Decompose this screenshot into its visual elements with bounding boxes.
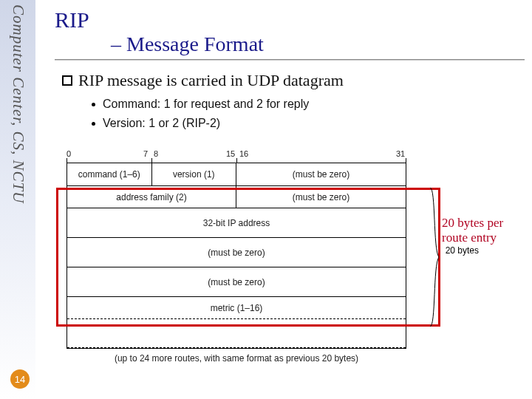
bit-8: 8 bbox=[154, 149, 158, 158]
bit-16: 16 bbox=[239, 149, 248, 158]
title-divider bbox=[55, 59, 525, 61]
sub-bullets: Command: 1 for request and 2 for reply V… bbox=[92, 98, 532, 130]
dashed-continuation-row bbox=[67, 318, 406, 348]
brace-label: 20 bytes bbox=[446, 245, 479, 256]
cell-metric: metric (1–16) bbox=[67, 297, 406, 318]
table-row: 32-bit IP address bbox=[67, 208, 406, 237]
annotation-text: 20 bytes per route entry bbox=[442, 216, 516, 245]
cell-mbz-2: (must be zero) bbox=[236, 186, 406, 208]
packet-diagram: 0 7 8 15 16 31 command (1–6) version (1)… bbox=[44, 149, 517, 364]
sub-bullet-1-text: Command: 1 for request and 2 for reply bbox=[103, 98, 309, 110]
brace-icon bbox=[429, 188, 439, 327]
slide: Computer Center, CS, NCTU 14 RIP – Messa… bbox=[0, 0, 532, 399]
sub-bullet-1: Command: 1 for request and 2 for reply bbox=[92, 98, 532, 111]
sub-bullet-2-text: Version: 1 or 2 (RIP-2) bbox=[103, 117, 220, 129]
bit-15: 15 bbox=[226, 149, 235, 158]
title-line-1: RIP bbox=[55, 7, 532, 33]
dot-icon bbox=[92, 103, 95, 106]
dot-icon bbox=[92, 122, 95, 126]
cell-addr-family: address family (2) bbox=[67, 186, 236, 208]
checkbox-bullet-icon bbox=[62, 75, 72, 86]
footer-note: (up to 24 more routes, with same format … bbox=[89, 353, 384, 364]
cell-ip-address: 32-bit IP address bbox=[67, 208, 406, 237]
bit-7: 7 bbox=[143, 149, 148, 158]
bit-31: 31 bbox=[396, 149, 405, 158]
table-row: (must be zero) bbox=[67, 267, 406, 296]
packet-table: command (1–6) version (1) (must be zero)… bbox=[66, 163, 406, 349]
bit-ticks bbox=[66, 163, 406, 167]
table-row: (must be zero) bbox=[67, 237, 406, 267]
title-line-2: – Message Format bbox=[111, 33, 532, 56]
bit-0: 0 bbox=[66, 149, 71, 158]
bullet-main: RIP message is carried in UDP datagram bbox=[62, 71, 532, 90]
table-row: address family (2) (must be zero) bbox=[67, 185, 406, 208]
table-row: metric (1–16) bbox=[67, 296, 406, 318]
bullet-main-text: RIP message is carried in UDP datagram bbox=[78, 71, 344, 90]
sub-bullet-2: Version: 1 or 2 (RIP-2) bbox=[92, 117, 532, 130]
cell-mbz-4: (must be zero) bbox=[67, 267, 406, 296]
page-number-badge: 14 bbox=[10, 369, 30, 389]
cell-mbz-3: (must be zero) bbox=[67, 238, 406, 267]
sidebar-org-text: Computer Center, CS, NCTU bbox=[9, 4, 27, 203]
sidebar: Computer Center, CS, NCTU bbox=[0, 0, 35, 399]
